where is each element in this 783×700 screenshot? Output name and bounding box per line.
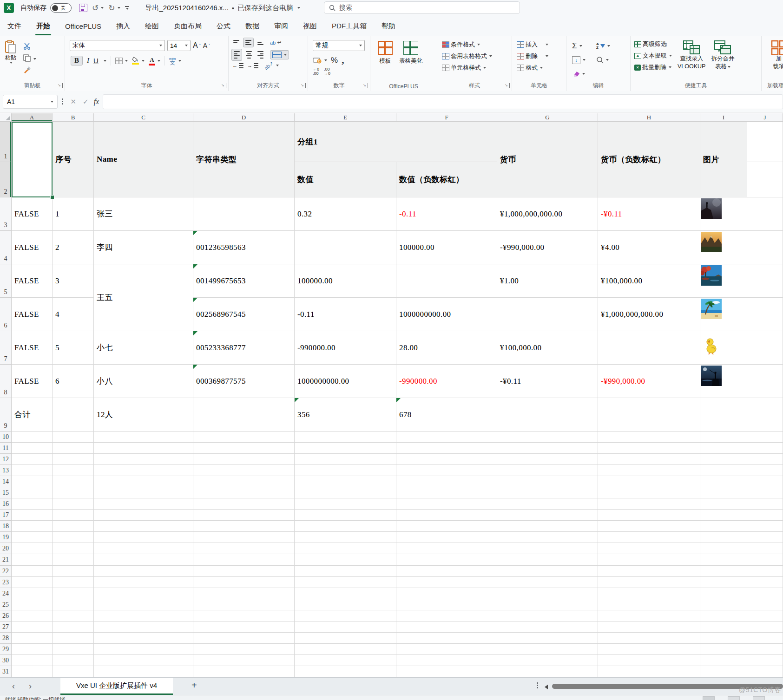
cell-D27[interactable] — [193, 621, 295, 633]
cell-D28[interactable] — [193, 633, 295, 644]
cell-F19[interactable] — [396, 532, 497, 543]
cell-B11[interactable] — [53, 443, 94, 454]
cell-I6[interactable] — [700, 298, 747, 331]
cell-H16[interactable] — [598, 498, 700, 510]
format-painter-button[interactable] — [23, 65, 36, 73]
cell-D4[interactable]: 001236598563 — [193, 231, 295, 264]
cell-B16[interactable] — [53, 498, 94, 510]
tab-help[interactable]: 帮助 — [374, 16, 403, 36]
cell-J30[interactable] — [747, 655, 783, 666]
cell-I28[interactable] — [700, 633, 747, 644]
cell-C31[interactable] — [94, 666, 193, 677]
cell-F22[interactable] — [396, 566, 497, 577]
cell-J6[interactable] — [747, 298, 783, 331]
cell-A4[interactable]: FALSE — [12, 231, 53, 264]
cell-C18[interactable] — [94, 521, 193, 532]
row-header-26[interactable]: 26 — [0, 610, 12, 621]
borders-button[interactable] — [115, 58, 128, 64]
align-right-icon[interactable] — [256, 49, 265, 60]
row-header-10[interactable]: 10 — [0, 432, 12, 443]
cell-F17[interactable] — [396, 510, 497, 521]
cell-A19[interactable] — [12, 532, 53, 543]
cell-E14[interactable] — [295, 476, 396, 487]
row-header-15[interactable]: 15 — [0, 487, 12, 498]
row-header-11[interactable]: 11 — [0, 443, 12, 454]
cell-E25[interactable] — [295, 599, 396, 610]
cell-G19[interactable] — [497, 532, 598, 543]
cell-G15[interactable] — [497, 487, 598, 498]
cell-D14[interactable] — [193, 476, 295, 487]
header-currency[interactable]: 货币 — [497, 122, 598, 197]
cliff-person-photo[interactable] — [701, 198, 722, 221]
cell-G6[interactable] — [497, 298, 598, 331]
increase-indent-button[interactable]: → — [247, 63, 258, 68]
row-header-1[interactable]: 1 — [0, 122, 12, 162]
header-currency-red[interactable]: 货币（负数标红） — [598, 122, 700, 197]
tab-formulas[interactable]: 公式 — [209, 16, 238, 36]
number-dialog-launcher[interactable]: ↘ — [363, 83, 368, 88]
currency-format-button[interactable] — [313, 57, 327, 64]
header-num-red[interactable]: 数值（负数标红） — [396, 162, 497, 197]
format-cells-button[interactable]: 格式 — [517, 64, 566, 72]
row-header-20[interactable]: 20 — [0, 543, 12, 554]
cell-D21[interactable] — [193, 554, 295, 566]
cell-I30[interactable] — [700, 655, 747, 666]
cell-D18[interactable] — [193, 521, 295, 532]
cell-C22[interactable] — [94, 566, 193, 577]
cell-A3[interactable]: FALSE — [12, 197, 53, 231]
tab-data[interactable]: 数据 — [238, 16, 267, 36]
align-bottom-icon[interactable] — [256, 38, 265, 47]
cell-B15[interactable] — [53, 487, 94, 498]
cell-C12[interactable] — [94, 454, 193, 465]
italic-button[interactable]: I — [87, 57, 89, 65]
cell-E4[interactable] — [295, 231, 396, 264]
cell-J2[interactable] — [747, 162, 783, 197]
cell-E6[interactable]: -0.11 — [295, 298, 396, 331]
font-color-button[interactable]: A — [149, 56, 160, 65]
cell-E17[interactable] — [295, 510, 396, 521]
row-header-29[interactable]: 29 — [0, 644, 12, 655]
cell-E7[interactable]: -990000.00 — [295, 331, 396, 365]
cell-G26[interactable] — [497, 610, 598, 621]
cell-H25[interactable] — [598, 599, 700, 610]
new-sheet-button[interactable]: + — [191, 680, 197, 691]
cell-J27[interactable] — [747, 621, 783, 633]
cell-B12[interactable] — [53, 454, 94, 465]
cell-F3[interactable]: -0.11 — [396, 197, 497, 231]
increase-font-button[interactable]: Aˆ — [193, 41, 201, 50]
cell-J24[interactable] — [747, 588, 783, 599]
cell-B17[interactable] — [53, 510, 94, 521]
cell-D3[interactable] — [193, 197, 295, 231]
tab-file[interactable]: 文件 — [0, 16, 29, 36]
cell-D11[interactable] — [193, 443, 295, 454]
cell-F23[interactable] — [396, 577, 497, 588]
cell-C29[interactable] — [94, 644, 193, 655]
cell-H28[interactable] — [598, 633, 700, 644]
cell-G25[interactable] — [497, 599, 598, 610]
cell-B9[interactable] — [53, 398, 94, 432]
cell-A16[interactable] — [12, 498, 53, 510]
cell-E23[interactable] — [295, 577, 396, 588]
cell-B23[interactable] — [53, 577, 94, 588]
cell-E27[interactable] — [295, 621, 396, 633]
cell-C16[interactable] — [94, 498, 193, 510]
confirm-entry-icon[interactable]: ✓ — [83, 98, 89, 106]
col-header-H[interactable]: H — [598, 113, 700, 122]
align-center-icon[interactable] — [244, 49, 254, 60]
cell-F13[interactable] — [396, 465, 497, 476]
tab-scrollbar-splitter[interactable] — [537, 682, 538, 688]
cell-G5[interactable]: ¥1.00 — [497, 264, 598, 298]
selection-fill-handle[interactable] — [50, 195, 54, 199]
cell-A21[interactable] — [12, 554, 53, 566]
cancel-entry-icon[interactable]: ✕ — [71, 98, 77, 106]
cell-E9[interactable]: 356 — [295, 398, 396, 432]
cell-B22[interactable] — [53, 566, 94, 577]
cell-J16[interactable] — [747, 498, 783, 510]
row-header-12[interactable]: 12 — [0, 454, 12, 465]
cell-E15[interactable] — [295, 487, 396, 498]
cell-B24[interactable] — [53, 588, 94, 599]
select-all-corner[interactable] — [0, 113, 12, 122]
selection-box[interactable] — [12, 122, 53, 197]
view-page-layout-icon[interactable] — [728, 696, 740, 700]
cell-A25[interactable] — [12, 599, 53, 610]
